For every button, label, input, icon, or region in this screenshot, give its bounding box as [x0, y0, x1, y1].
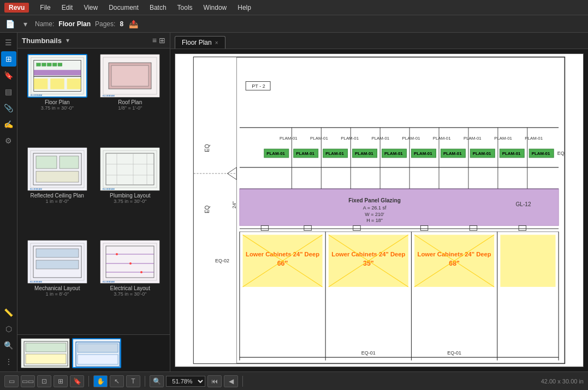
pointer-tool-btn[interactable]: ↖	[110, 375, 124, 387]
svg-rect-17	[111, 65, 149, 86]
svg-rect-54	[26, 354, 66, 364]
zoom-select[interactable]: 51.78% 25% 50% 75% 100% 150% 200%	[166, 376, 205, 387]
svg-text:W = 210': W = 210'	[365, 212, 384, 217]
sidebar-icon-pages[interactable]: ☰	[1, 35, 16, 50]
menu-file[interactable]: File	[35, 3, 55, 13]
thumb-svg-ceiling: BLUEBEAM	[28, 148, 87, 190]
menu-tools[interactable]: Tools	[173, 3, 197, 13]
svg-rect-39	[36, 260, 79, 269]
svg-text:PLAM-01: PLAM-01	[341, 136, 359, 141]
export-icon[interactable]: 📤	[128, 19, 139, 29]
menu-edit[interactable]: Edit	[57, 3, 78, 13]
svg-rect-5	[41, 63, 46, 66]
menu-document[interactable]: Document	[104, 3, 143, 13]
dropdown-icon[interactable]: ▾	[20, 19, 31, 29]
thumbnails-dropdown-icon[interactable]: ▾	[66, 37, 69, 44]
svg-text:PLAM-01: PLAM-01	[402, 136, 420, 141]
menu-window[interactable]: Window	[199, 3, 231, 13]
tab-floor-plan-label: Floor Plan	[182, 39, 212, 46]
thumbnail-electrical[interactable]: BLUEBEAM Electrical Layout 3.75 in = 30'…	[96, 240, 165, 329]
thumb-scale-mechanical: 1 in = 8'-0"	[45, 291, 69, 297]
thumbnails-grid: BLUEBEAM Floor Plan 3.75 in = 30'-0" BLU…	[17, 49, 170, 334]
thumbnail-floor-plan[interactable]: BLUEBEAM Floor Plan 3.75 in = 30'-0"	[23, 54, 92, 143]
thumbnail-ceiling-plan[interactable]: BLUEBEAM Reflected Ceiling Plan 1 in = 8…	[23, 147, 92, 236]
zoom-btn[interactable]: 🔍	[150, 375, 164, 387]
svg-text:BLUEBEAM: BLUEBEAM	[103, 94, 115, 97]
svg-rect-131	[500, 235, 555, 287]
menu-help[interactable]: Help	[233, 3, 256, 13]
nav-first-btn[interactable]: ⏮	[207, 375, 222, 387]
svg-text:PLAM-01: PLAM-01	[355, 151, 373, 156]
svg-rect-0	[28, 55, 86, 97]
thumbnails-view-icon1[interactable]: ≡	[152, 36, 157, 45]
tab-bar: Floor Plan ×	[170, 33, 588, 49]
bookmark-btn[interactable]: 🔖	[70, 375, 84, 387]
sidebar-icon-more[interactable]: ⋮	[1, 354, 16, 369]
tab-close-icon[interactable]: ×	[215, 40, 218, 46]
svg-text:A = 26.1 sf: A = 26.1 sf	[363, 205, 387, 211]
thumbnail-mechanical[interactable]: BLUEBEAM Mechanical Layout 1 in = 8'-0"	[23, 240, 92, 329]
svg-rect-57	[78, 344, 118, 352]
svg-text:EQ: EQ	[557, 151, 565, 156]
svg-text:PLAM-01: PLAM-01	[494, 136, 512, 141]
thumbnail-roof-plan[interactable]: BLUEBEAM Roof Plan 1/8" = 1'-0"	[96, 54, 165, 143]
thumb-strip-item2[interactable]	[72, 338, 121, 368]
sidebar-icon-shapes[interactable]: ⬡	[1, 321, 16, 337]
thumb-label-ceiling-plan: Reflected Ceiling Plan	[31, 193, 84, 199]
thumb-scale-ceiling-plan: 1 in = 8'-0"	[45, 199, 69, 204]
svg-rect-6	[47, 63, 51, 66]
svg-text:PLAM-01: PLAM-01	[532, 151, 550, 156]
doc-icon[interactable]: 📄	[4, 19, 15, 29]
menu-batch[interactable]: Batch	[145, 3, 171, 13]
menu-bar: Revu File Edit View Document Batch Tools…	[0, 0, 588, 15]
nav-prev-btn[interactable]: ◀	[224, 375, 238, 387]
thumb-scale-roof-plan: 1/8" = 1'-0"	[118, 105, 142, 111]
tab-floor-plan[interactable]: Floor Plan ×	[175, 36, 225, 49]
thumbnails-view-icon2[interactable]: ⊞	[159, 36, 165, 45]
sidebar-icon-search[interactable]: 🔍	[1, 338, 16, 353]
sidebar-icon-settings[interactable]: ⚙	[1, 133, 16, 148]
svg-text:EQ-02: EQ-02	[215, 258, 229, 263]
thumb-strip-svg2	[73, 339, 121, 368]
thumbnails-header: Thumbnails ▾ ≡ ⊞	[17, 33, 170, 49]
thumb-scale-floor-plan: 3.75 in = 30'-0"	[41, 105, 74, 111]
thumbnail-plumbing[interactable]: BLUEBEAM Plumbing Layout 3.75 in = 30'-0…	[96, 147, 165, 236]
app-logo[interactable]: Revu	[4, 3, 29, 13]
sidebar-icon-signatures[interactable]: ✍	[1, 117, 16, 132]
svg-rect-10	[34, 79, 48, 89]
page-box-btn[interactable]: ▭	[4, 375, 19, 387]
svg-rect-8	[58, 63, 62, 66]
drawing-canvas[interactable]: EQ EQ PT - 2 PLAM-01 PLAM-01 PLAM-01 PLA…	[175, 53, 584, 367]
thumb-strip-item1[interactable]	[21, 338, 70, 368]
svg-rect-60	[194, 57, 237, 364]
svg-text:Lower Cabinets 24" Deep: Lower Cabinets 24" Deep	[331, 251, 405, 257]
fit-page-btn[interactable]: ⊡	[37, 375, 51, 387]
thumb-img-ceiling-plan: BLUEBEAM	[27, 147, 87, 191]
sidebar-icon-attachments[interactable]: 📎	[1, 100, 16, 116]
svg-text:BLUEBEAM: BLUEBEAM	[30, 188, 42, 190]
svg-rect-58	[78, 355, 118, 364]
menu-view[interactable]: View	[79, 3, 102, 13]
sidebar-icon-measure[interactable]: 📏	[1, 305, 16, 320]
sidebar-icon-thumbnails[interactable]: ⊞	[1, 51, 16, 67]
thumb-svg-floor: BLUEBEAM	[28, 55, 86, 97]
svg-text:Fixed Panel Glazing: Fixed Panel Glazing	[348, 197, 401, 203]
svg-text:PLAM-01: PLAM-01	[371, 136, 389, 141]
thumb-label-mechanical: Mechanical Layout	[34, 285, 80, 291]
thumbnails-panel: Thumbnails ▾ ≡ ⊞	[17, 33, 170, 371]
svg-rect-26	[100, 148, 159, 190]
sidebar-icon-bookmarks[interactable]: 🔖	[1, 68, 16, 83]
hand-tool-btn[interactable]: ✋	[93, 375, 108, 387]
svg-rect-107	[240, 189, 559, 225]
two-page-btn[interactable]: ▭▭	[21, 375, 35, 387]
text-tool-btn[interactable]: T	[126, 375, 140, 387]
svg-text:EQ-01: EQ-01	[447, 350, 461, 356]
svg-text:Lower Cabinets 24" Deep: Lower Cabinets 24" Deep	[418, 251, 491, 257]
thumbnails-btn[interactable]: ⊞	[54, 375, 68, 387]
thumb-label-electrical: Electrical Layout	[110, 285, 150, 291]
sidebar-icon-layers[interactable]: ▤	[1, 84, 16, 99]
bottom-toolbar: ▭ ▭▭ ⊡ ⊞ 🔖 ✋ ↖ T 🔍 51.78% 25% 50% 75% 10…	[0, 371, 588, 390]
svg-text:GL-12: GL-12	[515, 201, 531, 207]
svg-point-49	[140, 271, 142, 273]
svg-point-47	[116, 253, 118, 255]
